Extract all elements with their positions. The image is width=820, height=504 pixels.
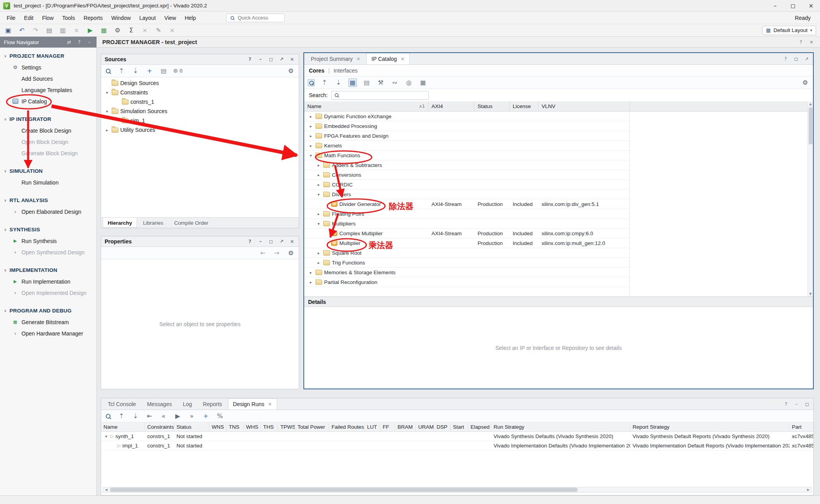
ip-row-multiplier[interactable]: MultiplierProductionIncludedxilinx.com:i… (304, 238, 629, 248)
flownav-item-ip-catalog[interactable]: IP Catalog (0, 96, 96, 107)
rewind-icon[interactable]: « (159, 412, 168, 421)
undo-icon[interactable]: ↶ (18, 26, 26, 35)
menu-flow[interactable]: Flow (38, 13, 58, 23)
menu-tools[interactable]: Tools (58, 13, 79, 23)
help-icon[interactable]: ? (783, 401, 789, 407)
add-icon[interactable]: + (201, 412, 210, 421)
minimize-icon[interactable]: – (257, 238, 264, 245)
flownav-item-open-elaborated-design[interactable]: ›Open Elaborated Design (0, 206, 96, 217)
search-icon[interactable] (105, 413, 112, 420)
x-icon[interactable]: × (289, 56, 295, 62)
menu-help[interactable]: Help (180, 13, 200, 23)
minimize-button[interactable]: – (766, 0, 784, 11)
run-row-impl-1[interactable]: ▷impl_1constrs_1Not startedVivado Implem… (101, 441, 813, 451)
chevron-expanded-icon[interactable]: ▾ (308, 153, 314, 158)
column-header-lut[interactable]: LUT (365, 422, 380, 431)
column-header-axi4[interactable]: AXI4 (428, 101, 474, 111)
collapse-all-icon[interactable]: ⇡ (320, 78, 329, 87)
run-row-synth-1[interactable]: ▾▷synth_1constrs_1Not startedVivado Synt… (101, 432, 813, 441)
ip-row-partial-reconfiguration[interactable]: ▸Partial Reconfiguration (304, 277, 629, 287)
x-icon[interactable]: × (289, 238, 295, 245)
flownav-section-program-and-debug[interactable]: ∨PROGRAM AND DEBUG (0, 305, 96, 316)
column-header-elapsed[interactable]: Elapsed (468, 422, 491, 431)
close-icon[interactable]: × (356, 56, 360, 62)
column-header-name[interactable]: Name (101, 422, 145, 431)
ip-search-input[interactable] (340, 92, 427, 98)
expand-all-icon[interactable]: ⇣ (131, 67, 140, 75)
scrollbar-thumb[interactable] (110, 488, 578, 492)
collapse-all-icon[interactable]: ⇡ (117, 67, 126, 75)
flownav-item-open-hardware-manager[interactable]: ›Open Hardware Manager (0, 328, 96, 339)
maximize-button[interactable]: ◻ (784, 0, 802, 11)
chevron-collapsed-icon[interactable]: ▸ (308, 280, 314, 284)
help-icon[interactable]: ? (76, 39, 82, 45)
percent-icon[interactable]: % (216, 412, 224, 421)
tab-compile-order[interactable]: Compile Order (169, 218, 214, 228)
tab-project-summary[interactable]: Project Summary× (306, 53, 365, 64)
flownav-item-run-implementation[interactable]: ▶Run Implementation (0, 276, 96, 287)
column-header-failed-routes[interactable]: Failed Routes (329, 422, 365, 431)
minimize-icon[interactable]: – (257, 56, 264, 62)
flownav-section-ip-integrator[interactable]: ∨IP INTEGRATOR (0, 113, 96, 125)
flownav-item-run-simulation[interactable]: Run Simulation (0, 177, 96, 188)
link-icon[interactable]: ∾ (390, 78, 399, 87)
float-icon[interactable]: ↗ (278, 56, 285, 62)
maximize-icon[interactable]: ◻ (268, 238, 274, 245)
quick-access-input[interactable] (238, 15, 282, 21)
ip-row-trig-functions[interactable]: ▸Trig Functions (304, 258, 629, 268)
copy-icon[interactable]: ▤ (45, 26, 53, 35)
column-header-bram[interactable]: BRAM (395, 422, 416, 431)
tab-log[interactable]: Log (178, 398, 197, 410)
gear-icon[interactable]: ⚙ (287, 67, 295, 75)
column-header-uram[interactable]: URAM (416, 422, 434, 431)
flownav-section-simulation[interactable]: ∨SIMULATION (0, 165, 96, 177)
gear-icon[interactable]: ⚙ (287, 249, 295, 257)
scroll-down-icon[interactable]: ▼ (809, 291, 811, 296)
ip-row-conversions[interactable]: ▸Conversions (304, 170, 629, 180)
menu-file[interactable]: File (2, 13, 20, 23)
flownav-item-generate-bitstream[interactable]: ▦Generate Bitstream (0, 316, 96, 328)
sigma-icon[interactable]: Σ (127, 26, 135, 35)
chevron-collapsed-icon[interactable]: ▸ (308, 270, 314, 275)
column-header-wns[interactable]: WNS (209, 422, 226, 431)
chevron-collapsed-icon[interactable]: ▸ (316, 173, 321, 177)
flownav-section-implementation[interactable]: ∨IMPLEMENTATION (0, 264, 96, 276)
menu-view[interactable]: View (160, 13, 180, 23)
stop-icon[interactable]: ■ (419, 78, 427, 87)
minimize-icon[interactable]: – (793, 401, 800, 407)
help-icon[interactable]: ? (247, 238, 253, 245)
sources-item-design-sources[interactable]: Design Sources (101, 78, 299, 88)
ip-row-multipliers[interactable]: ▾Multipliers (304, 219, 629, 229)
chevron-collapsed-icon[interactable]: ▸ (316, 251, 321, 255)
tab-libraries[interactable]: Libraries (138, 218, 168, 228)
collapse-all-icon[interactable]: ⇡ (117, 412, 126, 421)
chevron-collapsed-icon[interactable]: ▸ (316, 261, 321, 265)
redo-icon[interactable]: ↷ (31, 26, 40, 35)
float-icon[interactable]: ↗ (278, 238, 285, 245)
edit-icon[interactable]: ✎ (154, 26, 163, 35)
tab-ip-catalog[interactable]: IP Catalog× (366, 53, 410, 64)
menu-layout[interactable]: Layout (135, 13, 160, 23)
expand-all-icon[interactable]: ⇣ (131, 412, 140, 421)
menu-edit[interactable]: Edit (20, 13, 38, 23)
quick-access-box[interactable] (226, 14, 285, 22)
scroll-right-icon[interactable]: ▶ (805, 488, 811, 492)
grid-icon[interactable]: ▦ (348, 78, 357, 87)
flownav-item-settings[interactable]: ⚙Settings (0, 62, 96, 73)
ip-row-memories-storage-elements[interactable]: ▸Memories & Storage Elements (304, 268, 629, 277)
tab-reports[interactable]: Reports (198, 398, 227, 410)
column-header-tpws[interactable]: TPWS (278, 422, 295, 431)
help-icon[interactable]: ? (783, 56, 789, 62)
ip-row-divider-generator[interactable]: Divider GeneratorAXI4-StreamProductionIn… (304, 199, 629, 209)
chevron-collapsed-icon[interactable]: ▸ (316, 212, 321, 216)
step-first-icon[interactable]: ⇤ (145, 412, 154, 421)
vertical-scrollbar[interactable]: ▲ ▼ (808, 101, 813, 296)
flownav-item-open-synthesized-design[interactable]: ›Open Synthesized Design (0, 247, 96, 258)
tab-design-runs[interactable]: Design Runs× (228, 398, 277, 410)
column-header-whs[interactable]: WHS (244, 422, 261, 431)
search-icon[interactable] (105, 67, 112, 75)
column-header-license[interactable]: License (510, 101, 538, 111)
flownav-item-open-block-design[interactable]: Open Block Design (0, 136, 96, 147)
column-header-total-power[interactable]: Total Power (295, 422, 329, 431)
menu-window[interactable]: Window (107, 13, 135, 23)
